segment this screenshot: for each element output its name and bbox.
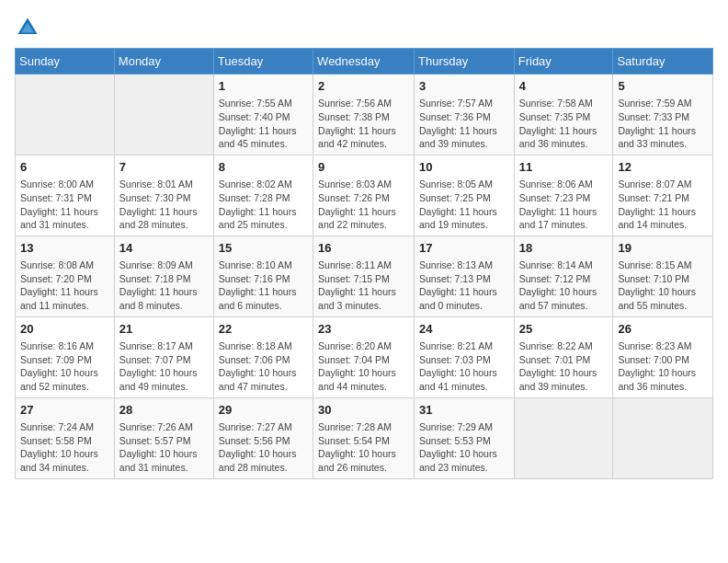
calendar-cell — [613, 397, 713, 478]
day-number: 29 — [219, 402, 308, 419]
day-content: Sunrise: 8:13 AM Sunset: 7:13 PM Dayligh… — [419, 259, 509, 313]
day-number: 1 — [219, 78, 308, 95]
day-content: Sunrise: 7:26 AM Sunset: 5:57 PM Dayligh… — [119, 420, 209, 475]
page-header — [15, 15, 713, 40]
day-number: 25 — [519, 321, 609, 338]
day-content: Sunrise: 8:18 AM Sunset: 7:06 PM Dayligh… — [219, 339, 308, 394]
day-number: 10 — [419, 159, 509, 176]
day-content: Sunrise: 7:57 AM Sunset: 7:36 PM Dayligh… — [419, 97, 509, 151]
calendar-cell: 1Sunrise: 7:55 AM Sunset: 7:40 PM Daylig… — [213, 75, 313, 155]
day-number: 13 — [20, 240, 109, 257]
calendar-week-2: 6Sunrise: 8:00 AM Sunset: 7:31 PM Daylig… — [16, 155, 713, 236]
header-saturday: Saturday — [613, 49, 713, 75]
logo — [15, 15, 44, 40]
day-content: Sunrise: 7:59 AM Sunset: 7:33 PM Dayligh… — [618, 97, 708, 151]
calendar-cell: 29Sunrise: 7:27 AM Sunset: 5:56 PM Dayli… — [213, 397, 313, 478]
day-content: Sunrise: 8:20 AM Sunset: 7:04 PM Dayligh… — [318, 339, 409, 394]
day-content: Sunrise: 8:08 AM Sunset: 7:20 PM Dayligh… — [20, 259, 109, 313]
day-number: 11 — [519, 159, 609, 176]
calendar-cell: 22Sunrise: 8:18 AM Sunset: 7:06 PM Dayli… — [213, 316, 313, 397]
day-number: 8 — [219, 159, 308, 176]
day-number: 21 — [119, 321, 209, 338]
day-content: Sunrise: 8:05 AM Sunset: 7:25 PM Dayligh… — [419, 178, 509, 232]
calendar-cell: 30Sunrise: 7:28 AM Sunset: 5:54 PM Dayli… — [313, 397, 415, 478]
day-content: Sunrise: 8:11 AM Sunset: 7:15 PM Dayligh… — [318, 259, 409, 313]
calendar-cell — [16, 75, 115, 155]
calendar-cell: 15Sunrise: 8:10 AM Sunset: 7:16 PM Dayli… — [213, 236, 313, 316]
day-number: 17 — [419, 240, 509, 257]
calendar-cell: 26Sunrise: 8:23 AM Sunset: 7:00 PM Dayli… — [613, 316, 713, 397]
calendar-cell: 7Sunrise: 8:01 AM Sunset: 7:30 PM Daylig… — [114, 155, 213, 236]
day-content: Sunrise: 8:09 AM Sunset: 7:18 PM Dayligh… — [119, 259, 209, 313]
day-number: 12 — [618, 159, 708, 176]
calendar-cell: 28Sunrise: 7:26 AM Sunset: 5:57 PM Dayli… — [114, 397, 213, 478]
day-number: 6 — [20, 159, 109, 176]
day-content: Sunrise: 7:55 AM Sunset: 7:40 PM Dayligh… — [219, 97, 308, 151]
day-content: Sunrise: 8:03 AM Sunset: 7:26 PM Dayligh… — [318, 178, 409, 232]
day-content: Sunrise: 8:22 AM Sunset: 7:01 PM Dayligh… — [519, 339, 609, 394]
day-content: Sunrise: 7:56 AM Sunset: 7:38 PM Dayligh… — [318, 97, 409, 151]
calendar-cell — [114, 75, 213, 155]
day-number: 15 — [219, 240, 308, 257]
calendar-cell: 27Sunrise: 7:24 AM Sunset: 5:58 PM Dayli… — [16, 397, 115, 478]
day-content: Sunrise: 8:02 AM Sunset: 7:28 PM Dayligh… — [219, 178, 308, 232]
calendar-cell: 10Sunrise: 8:05 AM Sunset: 7:25 PM Dayli… — [415, 155, 515, 236]
calendar-cell: 8Sunrise: 8:02 AM Sunset: 7:28 PM Daylig… — [213, 155, 313, 236]
logo-icon — [15, 15, 40, 40]
day-number: 9 — [318, 159, 409, 176]
calendar-cell: 6Sunrise: 8:00 AM Sunset: 7:31 PM Daylig… — [16, 155, 115, 236]
day-number: 24 — [419, 321, 509, 338]
calendar-cell: 14Sunrise: 8:09 AM Sunset: 7:18 PM Dayli… — [114, 236, 213, 316]
header-friday: Friday — [514, 49, 613, 75]
calendar-cell: 5Sunrise: 7:59 AM Sunset: 7:33 PM Daylig… — [613, 75, 713, 155]
day-content: Sunrise: 8:07 AM Sunset: 7:21 PM Dayligh… — [618, 178, 708, 232]
calendar-cell: 31Sunrise: 7:29 AM Sunset: 5:53 PM Dayli… — [415, 397, 515, 478]
day-number: 30 — [318, 402, 409, 419]
day-number: 19 — [618, 240, 708, 257]
header-sunday: Sunday — [16, 49, 115, 75]
calendar-cell — [514, 397, 613, 478]
day-number: 2 — [318, 78, 409, 95]
header-monday: Monday — [114, 49, 213, 75]
calendar-cell: 9Sunrise: 8:03 AM Sunset: 7:26 PM Daylig… — [313, 155, 415, 236]
day-number: 4 — [519, 78, 609, 95]
day-content: Sunrise: 8:00 AM Sunset: 7:31 PM Dayligh… — [20, 178, 109, 232]
calendar-week-1: 1Sunrise: 7:55 AM Sunset: 7:40 PM Daylig… — [16, 75, 713, 155]
day-number: 14 — [119, 240, 209, 257]
calendar-cell: 17Sunrise: 8:13 AM Sunset: 7:13 PM Dayli… — [415, 236, 515, 316]
day-content: Sunrise: 8:14 AM Sunset: 7:12 PM Dayligh… — [519, 259, 609, 313]
day-number: 5 — [618, 78, 708, 95]
day-content: Sunrise: 8:16 AM Sunset: 7:09 PM Dayligh… — [20, 339, 109, 394]
day-number: 22 — [219, 321, 308, 338]
day-number: 18 — [519, 240, 609, 257]
calendar-week-4: 20Sunrise: 8:16 AM Sunset: 7:09 PM Dayli… — [16, 316, 713, 397]
calendar-cell: 19Sunrise: 8:15 AM Sunset: 7:10 PM Dayli… — [613, 236, 713, 316]
calendar-cell: 25Sunrise: 8:22 AM Sunset: 7:01 PM Dayli… — [514, 316, 613, 397]
calendar-cell: 20Sunrise: 8:16 AM Sunset: 7:09 PM Dayli… — [16, 316, 115, 397]
header-thursday: Thursday — [415, 49, 515, 75]
calendar-week-5: 27Sunrise: 7:24 AM Sunset: 5:58 PM Dayli… — [16, 397, 713, 478]
day-number: 23 — [318, 321, 409, 338]
header-tuesday: Tuesday — [213, 49, 313, 75]
day-number: 20 — [20, 321, 109, 338]
day-content: Sunrise: 8:01 AM Sunset: 7:30 PM Dayligh… — [119, 178, 209, 232]
header-row: SundayMondayTuesdayWednesdayThursdayFrid… — [16, 49, 713, 75]
day-number: 7 — [119, 159, 209, 176]
day-content: Sunrise: 8:23 AM Sunset: 7:00 PM Dayligh… — [618, 339, 708, 394]
calendar-cell: 24Sunrise: 8:21 AM Sunset: 7:03 PM Dayli… — [415, 316, 515, 397]
day-number: 31 — [419, 402, 509, 419]
day-content: Sunrise: 8:17 AM Sunset: 7:07 PM Dayligh… — [119, 339, 209, 394]
day-content: Sunrise: 7:29 AM Sunset: 5:53 PM Dayligh… — [419, 420, 509, 475]
calendar-cell: 13Sunrise: 8:08 AM Sunset: 7:20 PM Dayli… — [16, 236, 115, 316]
day-number: 26 — [618, 321, 708, 338]
calendar-cell: 12Sunrise: 8:07 AM Sunset: 7:21 PM Dayli… — [613, 155, 713, 236]
calendar-cell: 18Sunrise: 8:14 AM Sunset: 7:12 PM Dayli… — [514, 236, 613, 316]
calendar-cell: 23Sunrise: 8:20 AM Sunset: 7:04 PM Dayli… — [313, 316, 415, 397]
day-content: Sunrise: 8:15 AM Sunset: 7:10 PM Dayligh… — [618, 259, 708, 313]
day-content: Sunrise: 7:58 AM Sunset: 7:35 PM Dayligh… — [519, 97, 609, 151]
day-number: 3 — [419, 78, 509, 95]
calendar-cell: 4Sunrise: 7:58 AM Sunset: 7:35 PM Daylig… — [514, 75, 613, 155]
day-content: Sunrise: 8:10 AM Sunset: 7:16 PM Dayligh… — [219, 259, 308, 313]
calendar-cell: 11Sunrise: 8:06 AM Sunset: 7:23 PM Dayli… — [514, 155, 613, 236]
day-number: 27 — [20, 402, 109, 419]
